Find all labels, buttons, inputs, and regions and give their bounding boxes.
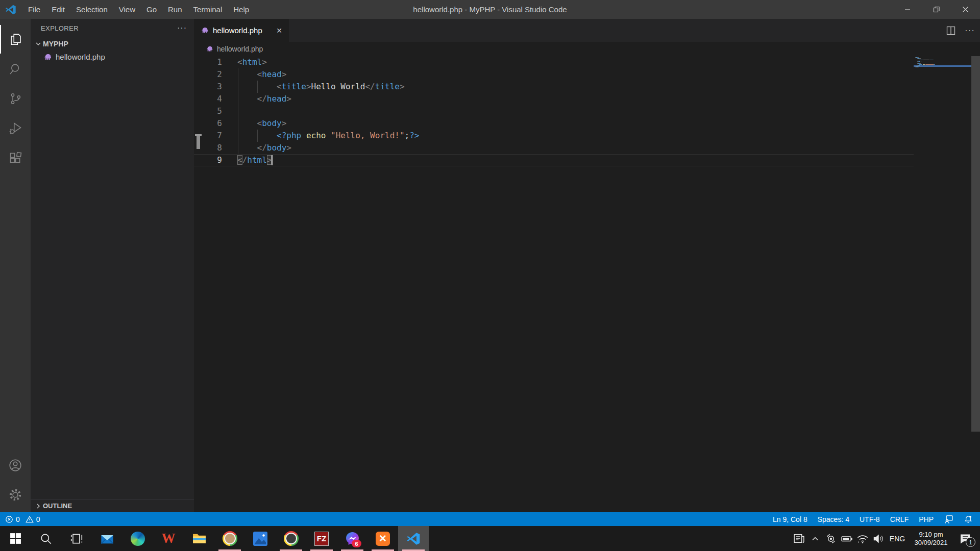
- menu-go[interactable]: Go: [141, 0, 162, 19]
- explorer-icon[interactable]: [0, 25, 32, 54]
- taskbar-edge[interactable]: [122, 526, 153, 551]
- code-line-5[interactable]: [237, 105, 419, 117]
- tray-time: 9:10 pm: [909, 531, 953, 539]
- menu-bar: FileEditSelectionViewGoRunTerminalHelp: [22, 0, 255, 19]
- error-count: 0: [16, 515, 20, 523]
- code-line-8[interactable]: </body>: [237, 142, 419, 154]
- messenger-badge: 6: [352, 540, 361, 547]
- screen: FileEditSelectionViewGoRunTerminalHelp h…: [0, 0, 980, 551]
- restore-button[interactable]: [922, 0, 951, 19]
- breadcrumb[interactable]: helloworld.php: [194, 42, 980, 56]
- scrollbar[interactable]: [971, 56, 980, 432]
- status-eol[interactable]: CRLF: [890, 515, 909, 523]
- line-number: 6: [194, 117, 222, 130]
- taskbar-chrome-profile-2[interactable]: [276, 526, 306, 551]
- explorer-header: EXPLORER ···: [31, 19, 194, 37]
- battery-icon[interactable]: [839, 526, 854, 551]
- wifi-icon[interactable]: [854, 526, 870, 551]
- minimize-button[interactable]: [893, 0, 922, 19]
- window-controls: [893, 0, 980, 19]
- action-center-icon[interactable]: 1: [953, 526, 977, 551]
- menu-file[interactable]: File: [22, 0, 46, 19]
- status-indentation[interactable]: Spaces: 4: [818, 515, 849, 523]
- source-control-icon[interactable]: [0, 84, 31, 113]
- menu-terminal[interactable]: Terminal: [188, 0, 228, 19]
- minimap-token: [920, 63, 921, 64]
- code-line-7[interactable]: <?php echo "Hello, World!";?>: [237, 130, 419, 142]
- menu-help[interactable]: Help: [228, 0, 255, 19]
- code-line-1[interactable]: <html>: [237, 56, 419, 68]
- settings-gear-icon[interactable]: [0, 481, 31, 509]
- minimap[interactable]: [914, 56, 971, 512]
- menu-selection[interactable]: Selection: [70, 0, 113, 19]
- menu-view[interactable]: View: [113, 0, 141, 19]
- minimap-current-line: [914, 65, 971, 67]
- problems-indicator[interactable]: 0 0: [5, 515, 40, 523]
- vscode-logo-icon[interactable]: [5, 4, 16, 15]
- clock[interactable]: 9:10 pm 30/09/2021: [909, 531, 953, 547]
- taskbar-search[interactable]: [31, 526, 61, 551]
- tab-close-icon[interactable]: ✕: [275, 26, 284, 35]
- notification-badge: 1: [966, 537, 975, 547]
- taskbar-chrome-profile-1[interactable]: [214, 526, 245, 551]
- line-number: 3: [194, 81, 222, 93]
- code-line-3[interactable]: <title>Hello World</title>: [237, 81, 419, 93]
- folder-row-myphp[interactable]: MYPHP: [31, 37, 194, 50]
- extensions-icon[interactable]: [0, 143, 31, 172]
- php-elephant-icon: [201, 27, 209, 34]
- explorer-more-actions[interactable]: ···: [177, 23, 187, 33]
- news-icon[interactable]: [791, 526, 807, 551]
- feedback-icon[interactable]: [944, 514, 953, 524]
- taskbar-messenger[interactable]: 6: [337, 526, 368, 551]
- status-line-col[interactable]: Ln 9, Col 8: [773, 515, 807, 523]
- code-editor[interactable]: 123456789 <html> <head> <title>Hello Wor…: [194, 56, 980, 512]
- code-line-9[interactable]: </html>: [237, 154, 419, 166]
- taskbar-photos[interactable]: [245, 526, 276, 551]
- code-line-2[interactable]: <head>: [237, 68, 419, 81]
- taskbar-wps[interactable]: W: [153, 526, 184, 551]
- taskbar-mail[interactable]: [92, 526, 122, 551]
- file-row-helloworld[interactable]: helloworld.php: [31, 50, 194, 64]
- language-indicator[interactable]: ENG: [886, 535, 909, 543]
- minimap-token: [920, 60, 922, 61]
- title-bar: FileEditSelectionViewGoRunTerminalHelp h…: [0, 0, 980, 19]
- menu-run[interactable]: Run: [162, 0, 188, 19]
- close-button[interactable]: [951, 0, 980, 19]
- tray-chevron-up-icon[interactable]: [807, 526, 823, 551]
- taskbar-vscode[interactable]: [398, 526, 429, 551]
- editor-actions: ···: [946, 19, 975, 42]
- status-encoding[interactable]: UTF-8: [860, 515, 880, 523]
- code-line-4[interactable]: </head>: [237, 93, 419, 105]
- status-language[interactable]: PHP: [919, 515, 934, 523]
- tab-helloworld[interactable]: helloworld.php ✕: [194, 19, 289, 42]
- line-number: 1: [194, 56, 222, 68]
- line-number-gutter: 123456789: [194, 56, 222, 166]
- php-elephant-icon: [44, 53, 52, 61]
- volume-icon[interactable]: [870, 526, 886, 551]
- taskbar-xampp[interactable]: ✕: [368, 526, 398, 551]
- activity-bar: [0, 19, 31, 512]
- minimap-token: [921, 65, 922, 66]
- notifications-bell-icon[interactable]: [964, 515, 973, 524]
- text-cursor: [272, 155, 273, 165]
- search-icon[interactable]: [0, 55, 31, 83]
- chevron-down-icon: [34, 41, 43, 47]
- taskbar-start[interactable]: [0, 526, 31, 551]
- meet-now-icon[interactable]: [823, 526, 839, 551]
- accounts-icon[interactable]: [0, 451, 31, 480]
- split-editor-icon[interactable]: [946, 26, 955, 35]
- minimap-token: [923, 60, 929, 61]
- tab-bar: helloworld.php ✕ ···: [194, 19, 980, 42]
- line-number: 5: [194, 105, 222, 117]
- run-debug-icon[interactable]: [0, 114, 31, 142]
- minimap-token: [920, 58, 921, 59]
- minimap-token: [918, 66, 919, 67]
- taskbar-file-explorer[interactable]: [184, 526, 214, 551]
- menu-edit[interactable]: Edit: [46, 0, 70, 19]
- code-line-6[interactable]: <body>: [237, 117, 419, 130]
- file-name: helloworld.php: [56, 53, 105, 61]
- outline-section[interactable]: OUTLINE: [31, 499, 194, 512]
- more-actions-icon[interactable]: ···: [965, 26, 975, 36]
- taskbar-filezilla[interactable]: FZ: [306, 526, 337, 551]
- taskbar-task-view[interactable]: [61, 526, 92, 551]
